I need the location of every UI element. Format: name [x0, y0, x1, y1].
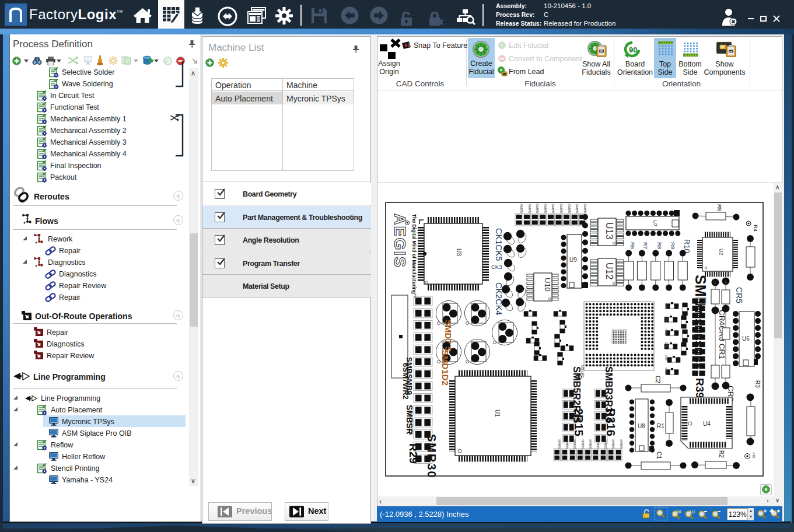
svg-text:OK: OK [729, 50, 733, 53]
svg-text:SMB: SMB [664, 368, 667, 373]
svg-text:OK: OK [600, 50, 603, 52]
svg-text:SMB5: SMB5 [575, 204, 579, 214]
svg-text:SMB5: SMB5 [611, 439, 615, 449]
svg-text:100: 100 [676, 510, 681, 514]
svg-text:U4: U4 [703, 421, 711, 427]
svg-text:WMSMBSMBS: WMSMBSMBS [692, 301, 704, 369]
svg-text:SMB5: SMB5 [568, 204, 571, 214]
svg-text:SMB5: SMB5 [604, 439, 607, 449]
svg-text:ALL: ALL [689, 510, 695, 514]
svg-text:SMB5: SMB5 [536, 204, 539, 214]
svg-text:FID: FID [752, 453, 755, 459]
svg-text:U12: U12 [604, 262, 614, 279]
svg-text:R7: R7 [642, 242, 649, 249]
svg-text:SMB5: SMB5 [596, 439, 600, 449]
svg-text:R6: R6 [629, 242, 636, 249]
svg-text:SMB5: SMB5 [559, 204, 563, 214]
svg-text:SMD1D2: SMD1D2 [440, 350, 450, 386]
svg-text:SMB5: SMB5 [528, 204, 531, 214]
svg-text:U10: U10 [543, 278, 552, 292]
svg-text:2R15: 2R15 [572, 408, 585, 436]
svg-text:U3: U3 [456, 249, 462, 256]
svg-text:C2: C2 [655, 376, 661, 383]
svg-text:R8: R8 [656, 242, 663, 249]
svg-text:CK1CK5: CK1CK5 [494, 228, 503, 261]
svg-text:SMB5: SMB5 [551, 204, 555, 214]
svg-text:SMB5: SMB5 [565, 439, 569, 449]
svg-text:SMB5: SMB5 [581, 439, 585, 449]
svg-text:U9: U9 [569, 257, 577, 263]
svg-text:90: 90 [629, 46, 637, 54]
svg-text:R4: R4 [753, 225, 759, 232]
svg-text:SMB5: SMB5 [620, 439, 623, 449]
svg-text:U6: U6 [742, 335, 750, 342]
svg-text:SMBSR: SMBSR [405, 405, 414, 435]
svg-text:R29: R29 [407, 443, 419, 464]
svg-text:R3: R3 [754, 380, 761, 388]
svg-text:U8: U8 [638, 423, 645, 429]
svg-text:SMB: SMB [664, 316, 667, 322]
svg-text:R1: R1 [657, 423, 664, 429]
svg-text:CK2CK4: CK2CK4 [494, 282, 503, 315]
svg-text:SMB: SMB [664, 303, 667, 309]
svg-text:C1: C1 [656, 452, 662, 459]
svg-text:R316: R316 [604, 408, 617, 436]
svg-text:SMB5: SMB5 [558, 439, 561, 449]
svg-text:SMB5: SMB5 [583, 204, 587, 214]
svg-text:CK3: CK3 [491, 264, 502, 270]
svg-text:6SM7WR2: 6SM7WR2 [401, 363, 410, 400]
svg-text:U13: U13 [604, 222, 614, 239]
svg-text:SMB5: SMB5 [573, 439, 576, 449]
svg-text:CR5: CR5 [734, 287, 744, 303]
svg-text:R5: R5 [716, 204, 723, 211]
svg-text:The Digital Mind of Manufactur: The Digital Mind of Manufacturing™ [411, 214, 417, 299]
svg-text:R2: R2 [718, 450, 725, 458]
svg-text:U7: U7 [652, 220, 658, 227]
svg-text:SMB: SMB [664, 355, 667, 360]
svg-text:U1: U1 [494, 410, 501, 417]
svg-text:SMB: SMB [664, 342, 667, 348]
svg-text:SMB: SMB [664, 329, 667, 335]
svg-text:SMD7 S: SMD7 S [443, 320, 453, 352]
svg-text:R39: R39 [694, 378, 706, 398]
svg-text:SMB5: SMB5 [520, 204, 523, 214]
svg-text:SMR30: SMR30 [425, 434, 438, 479]
svg-text:U2: U2 [718, 249, 724, 256]
svg-text:SMB5: SMB5 [544, 204, 547, 214]
svg-text:SMB5: SMB5 [589, 439, 592, 449]
svg-text:R9: R9 [670, 242, 676, 249]
